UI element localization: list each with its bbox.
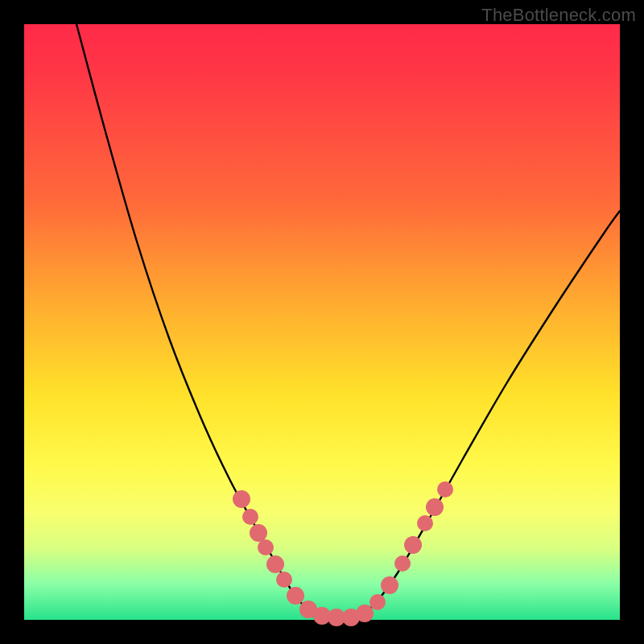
curve-marker	[266, 555, 284, 573]
plot-area	[24, 24, 620, 620]
watermark-text: TheBottleneck.com	[481, 5, 636, 26]
curve-marker	[404, 536, 422, 554]
curve-marker	[394, 555, 411, 572]
curve-marker	[287, 587, 304, 605]
curve-marker	[356, 605, 374, 622]
curve-marker	[426, 498, 444, 516]
bottleneck-curve	[76, 24, 620, 618]
curve-marker	[437, 481, 453, 497]
curve-svg	[24, 24, 620, 620]
curve-markers	[233, 481, 453, 626]
curve-marker	[369, 594, 386, 610]
curve-marker	[242, 509, 258, 525]
curve-marker	[258, 539, 274, 555]
curve-marker	[250, 524, 267, 542]
curve-marker	[417, 515, 433, 531]
chart-frame: TheBottleneck.com	[0, 0, 644, 644]
curve-marker	[381, 576, 398, 594]
curve-marker	[233, 490, 250, 508]
curve-marker	[276, 572, 292, 588]
